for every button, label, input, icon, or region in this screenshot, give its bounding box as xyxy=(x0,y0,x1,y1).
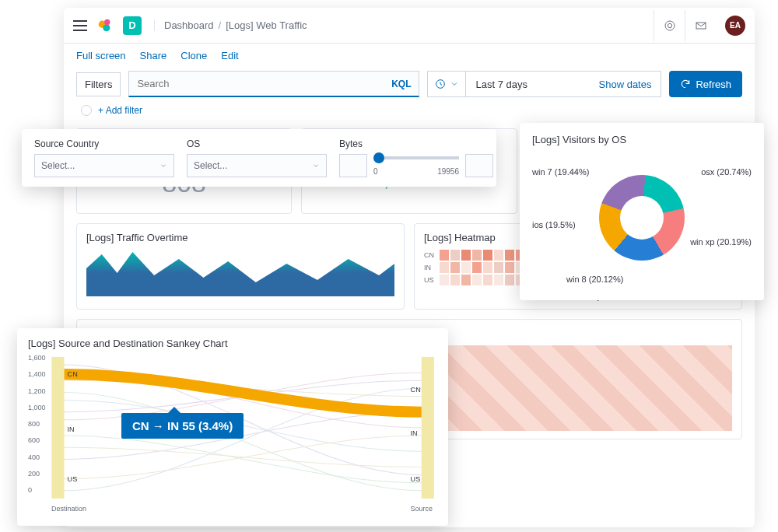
breadcrumb-item[interactable]: Dashboard xyxy=(164,19,214,31)
svg-text:CN: CN xyxy=(68,370,78,378)
breadcrumb: Dashboard / [Logs] Web Traffic xyxy=(154,19,307,31)
svg-point-2 xyxy=(104,19,110,24)
sankey-card: [Logs] Source and Destination Sankey Cha… xyxy=(17,328,448,526)
heatmap-row-label: CN xyxy=(424,251,438,259)
donut-chart: win 7 (19.44%) osx (20.74%) ios (19.5%) … xyxy=(532,152,752,284)
refresh-icon xyxy=(680,79,691,89)
svg-text:US: US xyxy=(411,475,421,483)
traffic-panel: [Logs] Traffic Overtime xyxy=(76,223,405,310)
heatmap-row-label: US xyxy=(424,276,438,284)
search-box[interactable]: KQL xyxy=(128,71,419,97)
filter-pill-slot xyxy=(81,105,92,116)
slider-max-label: 19956 xyxy=(437,167,459,176)
svg-rect-8 xyxy=(422,357,434,499)
panel-title: [Logs] Traffic Overtime xyxy=(86,232,394,243)
elastic-logo-icon xyxy=(96,17,114,34)
filter-row: Filters KQL Last 7 days Show dates Refre… xyxy=(64,68,755,103)
bytes-min-input[interactable] xyxy=(339,154,367,177)
sankey-y-axis: 1,6001,4001,2001,0008006004002000 xyxy=(28,354,46,494)
add-filter-link[interactable]: + Add filter xyxy=(98,105,142,116)
breadcrumb-item: [Logs] Web Traffic xyxy=(226,19,307,31)
show-dates-link[interactable]: Show dates xyxy=(599,79,652,90)
donut-label-osx: osx (20.74%) xyxy=(701,167,752,177)
control-label: Bytes xyxy=(339,138,493,149)
panel-title: [Logs] Visitors by OS xyxy=(532,134,752,145)
top-bar: D Dashboard / [Logs] Web Traffic EA xyxy=(64,8,755,44)
donut-label-ios: ios (19.5%) xyxy=(532,220,576,229)
donut-label-winxp: win xp (20.19%) xyxy=(690,237,752,247)
heatmap-row-label: IN xyxy=(424,264,438,271)
control-label: OS xyxy=(187,138,327,149)
svg-text:US: US xyxy=(68,475,78,483)
dashboard-toolbar: Full screen Share Clone Edit xyxy=(64,44,755,68)
chevron-down-icon xyxy=(159,159,167,172)
sankey-right-axis: Source xyxy=(410,505,433,513)
svg-point-4 xyxy=(668,23,671,27)
svg-rect-7 xyxy=(51,357,64,499)
clock-icon xyxy=(434,78,447,90)
search-input[interactable] xyxy=(137,78,391,89)
filters-button[interactable]: Filters xyxy=(76,72,121,96)
traffic-area-chart xyxy=(86,250,394,296)
sankey-chart: 1,6001,4001,2001,0008006004002000 CN xyxy=(28,354,437,509)
avatar[interactable]: EA xyxy=(725,16,745,36)
clone-link[interactable]: Clone xyxy=(180,50,207,61)
svg-point-1 xyxy=(103,24,110,31)
slider-min-label: 0 xyxy=(373,167,378,176)
svg-text:IN: IN xyxy=(411,429,418,437)
breadcrumb-separator: / xyxy=(219,19,222,31)
control-label: Source Country xyxy=(34,138,174,149)
chevron-down-icon xyxy=(450,78,459,90)
bytes-max-input[interactable] xyxy=(465,154,493,177)
mail-icon[interactable] xyxy=(685,10,716,41)
os-select[interactable]: Select... xyxy=(187,154,327,177)
donut-label-win7: win 7 (19.44%) xyxy=(532,167,589,177)
source-country-select[interactable]: Select... xyxy=(34,154,174,177)
svg-text:IN: IN xyxy=(68,425,75,433)
svg-text:CN: CN xyxy=(411,386,421,394)
svg-point-3 xyxy=(665,21,675,30)
fullscreen-link[interactable]: Full screen xyxy=(76,50,126,61)
visitors-by-os-card: [Logs] Visitors by OS win 7 (19.44%) osx… xyxy=(520,123,764,300)
sankey-left-axis: Destination xyxy=(51,505,86,513)
sankey-tooltip: CN → IN 55 (3.4%) xyxy=(121,413,244,439)
kql-badge[interactable]: KQL xyxy=(391,79,411,89)
svg-rect-5 xyxy=(696,23,706,29)
time-picker[interactable]: Last 7 days Show dates xyxy=(427,71,661,97)
controls-card: Source Country Select... OS Select... By… xyxy=(22,129,496,187)
chevron-down-icon xyxy=(312,159,320,172)
bytes-slider[interactable] xyxy=(373,156,459,159)
panel-title: [Logs] Source and Destination Sankey Cha… xyxy=(28,338,437,349)
share-link[interactable]: Share xyxy=(140,50,167,61)
refresh-button[interactable]: Refresh xyxy=(669,71,742,97)
help-icon[interactable] xyxy=(654,10,685,41)
donut-label-win8: win 8 (20.12%) xyxy=(566,275,623,284)
edit-link[interactable]: Edit xyxy=(221,50,238,61)
menu-icon[interactable] xyxy=(73,20,87,31)
add-filter-row: + Add filter xyxy=(64,103,755,122)
app-badge[interactable]: D xyxy=(123,16,142,35)
time-range-label: Last 7 days xyxy=(475,79,527,90)
